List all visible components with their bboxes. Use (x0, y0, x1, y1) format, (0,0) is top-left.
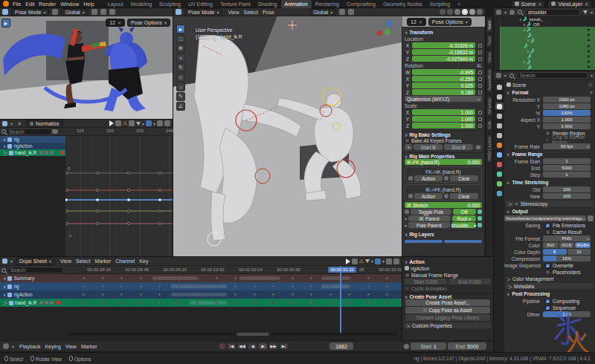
frame-rate-dropdown[interactable]: 60 fps▾ (543, 143, 591, 149)
pivot-icon[interactable] (91, 9, 97, 15)
gizmo-x-axis[interactable] (377, 30, 382, 36)
scale-row[interactable]: X1.000 (402, 109, 484, 115)
time-stretch-row[interactable]: Old100 (504, 186, 595, 192)
gizmo-z-axis[interactable] (386, 20, 393, 27)
gizmo-y-axis[interactable] (385, 29, 390, 35)
close-icon[interactable]: ✕ (419, 19, 422, 25)
transform-panel-header[interactable]: ∨Transform (402, 29, 484, 35)
sidebar-tab-item[interactable]: Item (486, 18, 492, 33)
transport-button[interactable]: ▶| (279, 342, 289, 350)
properties-tab-2[interactable] (495, 103, 504, 110)
pose-options-dropdown[interactable]: Pose Options▾ (428, 18, 472, 26)
sidebar-tab-sfamily[interactable]: SFamily (486, 95, 492, 117)
location-row[interactable]: YY-0.15832 m (402, 49, 484, 55)
bake-camera-button[interactable]: ▣ (475, 144, 482, 150)
properties-tab-10[interactable] (495, 180, 504, 187)
post-processing-panel-header[interactable]: ∨Post Processing (504, 290, 595, 297)
transport-button[interactable]: ▶▶ (268, 342, 278, 350)
proportional-edit-icon[interactable] (348, 9, 354, 15)
convert-legacy-button[interactable]: Convert Legacy Pose Library (405, 314, 490, 321)
color-mode-option[interactable]: BW (543, 242, 559, 248)
rig-main-panel-header[interactable]: ∨Rig Main Properties (402, 152, 484, 158)
viewport-canvas[interactable] (173, 16, 402, 256)
workspace-tab[interactable]: Scripting (426, 0, 454, 8)
format-row[interactable]: Resolution X1920 px (504, 97, 595, 103)
clear-icon[interactable] (444, 176, 448, 181)
frame-range-row[interactable]: End5000 (504, 165, 595, 171)
workspace-tab[interactable]: Shading (254, 0, 281, 8)
transport-button[interactable]: ◀ (248, 342, 257, 350)
frame-range-row[interactable]: Frame Start1 (504, 158, 595, 164)
burger-menu-icon[interactable]: ≡ (16, 121, 23, 126)
viewport-tool-button[interactable]: ∠ (176, 102, 185, 111)
action-end-field[interactable]: End0.000 (448, 279, 491, 285)
format-panel-header[interactable]: ∨Format≡ (504, 89, 595, 96)
proportional-edit-icon[interactable] (386, 259, 392, 264)
viewport-tool-button[interactable]: ○ (176, 82, 185, 91)
output-path-field[interactable]: /home/bek/aer/scraps/anim/rig tests/drag… (504, 215, 586, 221)
masks-icon[interactable] (115, 120, 121, 126)
fk-ik-action-button[interactable]: Action (414, 175, 443, 181)
custom-properties-header[interactable]: ＞Custom Properties (404, 322, 492, 328)
show-overlays-icon[interactable] (447, 9, 453, 15)
outliner-filter-icon[interactable] (509, 10, 515, 15)
only-selected-icon[interactable] (129, 120, 135, 126)
properties-tab-9[interactable] (495, 170, 504, 178)
clear-icon[interactable] (444, 194, 448, 198)
wireframe-shading-icon[interactable] (454, 9, 460, 15)
topbar-menu[interactable]: Edit (23, 1, 36, 7)
scene-selector[interactable]: Scene✕ (511, 0, 546, 8)
rig-layers-panel-header[interactable]: ∨Rig Layers (402, 230, 484, 236)
format-row[interactable]: Aspect X1.000 (504, 117, 595, 123)
properties-tab-7[interactable] (495, 151, 504, 158)
create-pose-asset-button[interactable]: Create Pose Asset... (405, 299, 490, 306)
proportional-edit-icon[interactable] (157, 120, 163, 126)
color-depth-option[interactable]: 16 (567, 249, 591, 255)
rotation-row[interactable]: W-0.895 (402, 69, 484, 75)
snap-bones-icon[interactable] (408, 194, 413, 198)
playback-menu[interactable]: Playback (17, 344, 42, 349)
workspace-tab[interactable]: Layout (104, 0, 127, 8)
dope-sheet-mode-dropdown[interactable]: Dope Sheet▾ (16, 257, 55, 265)
graph-curve-area[interactable]: 0-1 (65, 136, 173, 256)
channel-hand_ik.R[interactable]: ＞hand_ik.R (0, 149, 65, 156)
lock-icon[interactable] (478, 84, 482, 88)
overwrite-checkbox[interactable]: ✓ (545, 263, 550, 268)
ik-stretch-slider[interactable]: IK Stretch0.000 (405, 202, 482, 208)
mode-dropdown[interactable]: Pose Mode▾ (11, 8, 49, 16)
interpolation-icon[interactable] (393, 259, 399, 264)
sequencer-checkbox[interactable]: ✓ (545, 305, 550, 311)
transform-orientation-icon[interactable] (52, 9, 58, 15)
properties-tab-8[interactable] (495, 160, 504, 168)
frame-range-row[interactable]: Step1 (504, 172, 595, 178)
scale-row[interactable]: Y1.000 (402, 116, 484, 122)
solid-shading-icon[interactable] (462, 9, 468, 15)
viewport-tool-button[interactable]: □ (176, 34, 185, 43)
properties-search-input[interactable] (517, 72, 588, 79)
proportional-edit-icon[interactable] (109, 9, 115, 15)
placeholders-checkbox[interactable] (545, 270, 550, 275)
show-gizmo-icon[interactable] (440, 9, 446, 15)
sidebar-tab-tool[interactable]: Tool (486, 34, 492, 48)
frame-end-field[interactable]: End5000 (448, 342, 486, 350)
orientation-dropdown[interactable]: Global▾ (61, 8, 88, 16)
outliner-row[interactable]: ∨ (500, 27, 595, 32)
viewport-menu[interactable]: Select (241, 10, 260, 15)
time-stretch-row[interactable]: New100 (504, 193, 595, 199)
ik-fk-action-button[interactable]: Action (414, 193, 443, 199)
toggle-pole-switch[interactable]: Off (453, 209, 476, 215)
color-management-panel-header[interactable]: ＞Color Management (504, 276, 595, 282)
pole-parent-dropdown[interactable]: shoulde...▾ (451, 222, 476, 228)
lock-icon[interactable] (478, 124, 482, 128)
properties-tab-1[interactable] (495, 93, 504, 100)
chevron-icon[interactable]: ∨ (523, 59, 526, 64)
sidebar-tab-view[interactable]: View (486, 50, 492, 65)
sidebar-tab-edit[interactable]: Edit (486, 118, 492, 131)
dope-sheet-menu[interactable]: View (58, 259, 74, 264)
transport-button[interactable]: ◀◀ (237, 342, 247, 350)
topbar-menu[interactable]: Help (81, 1, 96, 7)
editor-type-icon[interactable] (2, 259, 7, 264)
chevron-icon[interactable]: ∨ (527, 38, 530, 42)
action-start-field[interactable]: Start0.000 (405, 279, 447, 285)
viewport-tool-button[interactable]: ► (176, 25, 185, 33)
